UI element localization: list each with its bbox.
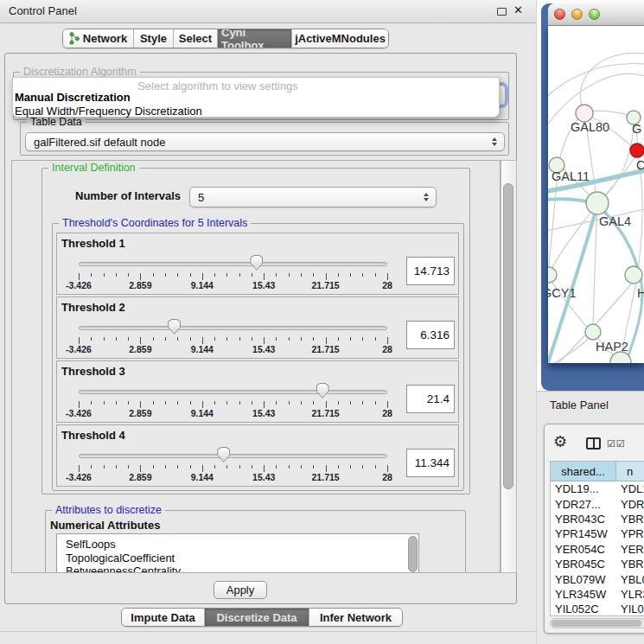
slider-tick — [214, 337, 215, 341]
panel-scrollbar[interactable] — [501, 160, 517, 573]
slider-tick — [387, 273, 388, 280]
slider-tick — [289, 273, 290, 277]
slider-tick — [190, 337, 191, 341]
slider-tick — [239, 401, 240, 405]
slider-track[interactable] — [79, 326, 387, 330]
tick-label: -3.426 — [51, 344, 106, 354]
control-panel-titlebar: Control Panel ✕ — [0, 0, 536, 23]
table-row[interactable]: YBR043CYBR0 — [551, 512, 644, 526]
list-scrollbar[interactable] — [408, 536, 418, 572]
slider-tick — [264, 465, 265, 472]
slider-track[interactable] — [79, 262, 387, 266]
network-node[interactable] — [585, 324, 601, 340]
table-row[interactable]: YDL19...YDL1 — [551, 481, 644, 496]
slider-track[interactable] — [79, 454, 387, 458]
list-item[interactable]: SelfLoops — [57, 538, 418, 552]
network-node[interactable] — [576, 105, 593, 122]
table-row[interactable]: YLR345WYLR3 — [551, 587, 644, 602]
network-node[interactable] — [630, 143, 644, 157]
list-item[interactable]: BetweennessCentrality — [57, 564, 418, 573]
threshold-value-field[interactable]: 6.316 — [406, 321, 455, 349]
node-attribute-table[interactable]: shared... n YDL19...YDL1YDR27...YDR2YBR0… — [550, 461, 644, 616]
table-row[interactable]: YPR145WYPR1 — [551, 526, 644, 541]
table-horizontal-scrollbar[interactable] — [550, 618, 644, 628]
mac-close-button[interactable] — [554, 9, 565, 20]
slider-track[interactable] — [79, 390, 387, 394]
threshold-block: Threshold 1-3.4262.8599.14415.4321.71528… — [56, 233, 459, 295]
slider-tick — [289, 465, 290, 469]
tab-impute-data[interactable]: Impute Data — [122, 609, 204, 626]
slider-tick — [91, 273, 92, 277]
threshold-value-field[interactable]: 11.344 — [406, 449, 455, 477]
column-header-shared-name[interactable]: shared... — [551, 462, 616, 481]
slider-thumb[interactable] — [250, 255, 263, 271]
column-header-name[interactable]: n — [616, 462, 644, 481]
dropdown-option-manual[interactable]: Manual Discretization — [15, 91, 131, 104]
tab-infer-network[interactable]: Infer Network — [309, 609, 402, 626]
number-of-intervals-combobox[interactable]: 5 — [189, 187, 437, 207]
tick-label: 9.144 — [175, 408, 230, 418]
network-window-titlebar[interactable] — [548, 3, 644, 26]
table-row[interactable]: YBR045CYBR0 — [551, 557, 644, 571]
tab-jactivemnodules[interactable]: jActiveMNodules — [291, 29, 388, 48]
slider-tick — [276, 401, 277, 405]
slider-tick — [239, 465, 240, 469]
network-node[interactable] — [625, 266, 642, 284]
tick-label: 9.144 — [175, 344, 230, 354]
scrollbar-thumb[interactable] — [552, 620, 641, 627]
threshold-slider[interactable]: -3.4262.8599.14415.4321.71528 — [57, 297, 458, 358]
close-icon[interactable]: ✕ — [513, 3, 523, 16]
table-row[interactable]: YDR27...YDR2 — [551, 496, 644, 511]
threshold-slider[interactable]: -3.4262.8599.14415.4321.71528 — [57, 233, 458, 294]
table-row[interactable]: YBL079WYBL0 — [551, 571, 644, 586]
tab-discretize-data[interactable]: Discretize Data — [204, 609, 309, 626]
table-panel-title: Table Panel — [550, 392, 609, 419]
tab-network[interactable]: Network — [63, 29, 133, 48]
network-canvas[interactable]: GAL80GCGAL11GAL4GCY1HHAP2 — [548, 26, 644, 363]
threshold-value-field[interactable]: 14.713 — [406, 257, 455, 285]
slider-tick — [362, 273, 363, 277]
tab-style[interactable]: Style — [133, 29, 173, 48]
tab-cyni-toolbox[interactable]: Cyni Toolbox — [217, 29, 291, 48]
slider-tick — [202, 465, 203, 472]
slider-tick — [177, 273, 178, 277]
scrollbar-thumb[interactable] — [503, 183, 513, 489]
tick-label: 15.43 — [236, 280, 291, 290]
slider-tick — [362, 401, 363, 405]
apply-button[interactable]: Apply — [214, 581, 267, 599]
table-row[interactable]: YIL052CYIL0 — [551, 602, 644, 616]
slider-tick — [153, 273, 154, 277]
network-node[interactable] — [548, 267, 557, 283]
threshold-slider[interactable]: -3.4262.8599.14415.4321.71528 — [57, 425, 458, 486]
slider-tick — [104, 337, 105, 341]
slider-tick — [165, 337, 166, 341]
slider-thumb[interactable] — [168, 319, 181, 335]
slider-tick — [226, 401, 227, 405]
list-item[interactable]: TopologicalCoefficient — [57, 552, 418, 565]
slider-tick — [79, 337, 80, 344]
slider-tick — [387, 337, 388, 344]
network-node[interactable] — [586, 192, 609, 214]
slider-tick — [226, 337, 227, 341]
slider-thumb[interactable] — [316, 383, 329, 399]
table-row[interactable]: YER054CYER0 — [551, 542, 644, 557]
stepper-icon — [492, 137, 497, 146]
mac-zoom-button[interactable] — [589, 9, 600, 20]
numerical-attributes-list[interactable]: SelfLoopsTopologicalCoefficientBetweenne… — [56, 533, 419, 573]
threshold-value-field[interactable]: 21.4 — [406, 385, 455, 413]
select-columns-icon[interactable]: ☑☑ — [607, 438, 626, 450]
number-of-intervals-label: Number of Intervals — [75, 189, 181, 202]
table-data-combobox[interactable]: galFiltered.sif default node — [25, 132, 505, 151]
dropdown-option-equal-width[interactable]: Equal Width/Frequency Discretization — [15, 105, 202, 118]
slider-tick — [313, 401, 314, 405]
slider-thumb[interactable] — [217, 447, 230, 462]
network-window[interactable]: GAL80GCGAL11GAL4GCY1HHAP2 — [541, 3, 644, 391]
mac-minimize-button[interactable] — [571, 9, 583, 20]
threshold-slider[interactable]: -3.4262.8599.14415.4321.71528 — [57, 361, 458, 422]
split-columns-icon[interactable] — [586, 437, 601, 450]
float-window-icon[interactable] — [497, 8, 507, 16]
group-title: Attributes to discretize — [52, 504, 165, 516]
gear-icon[interactable]: ⚙ — [553, 434, 567, 450]
tick-label: 15.43 — [236, 344, 291, 354]
tab-select[interactable]: Select — [173, 29, 217, 48]
